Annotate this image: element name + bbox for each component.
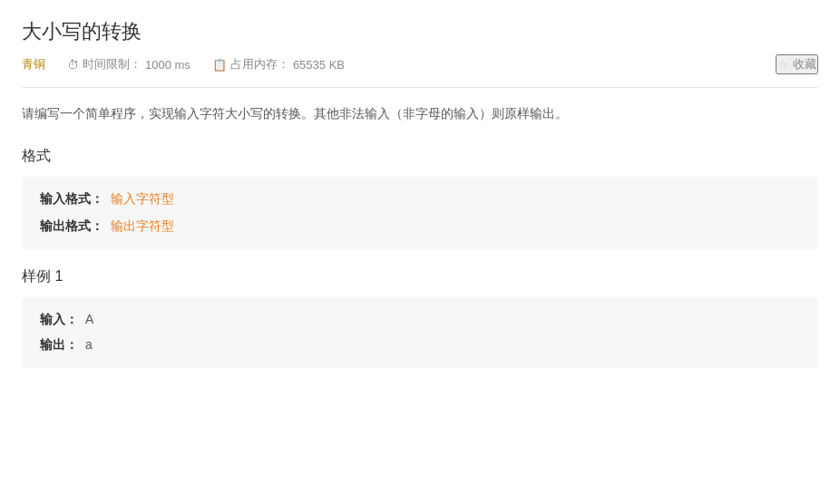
memory-value: 65535 KB [293, 58, 345, 72]
memory-label: 占用内存： [230, 56, 289, 73]
bookmark-label: 收藏 [793, 56, 816, 73]
example-output-row: 输出： a [40, 337, 800, 354]
input-format-row: 输入格式： 输入字符型 [40, 191, 800, 208]
format-section-title: 格式 [22, 147, 818, 166]
meta-row: 青铜 ⏱ 时间限制： 1000 ms 📋 占用内存： 65535 KB ☆ 收藏 [22, 54, 818, 88]
time-limit-item: ⏱ 时间限制： 1000 ms [67, 56, 190, 73]
star-icon: ☆ [777, 57, 789, 72]
page-container: 大小写的转换 青铜 ⏱ 时间限制： 1000 ms 📋 占用内存： 65535 … [0, 0, 840, 386]
difficulty-badge: 青铜 [22, 56, 45, 73]
example-section-title: 样例 1 [22, 267, 818, 286]
output-format-row: 输出格式： 输出字符型 [40, 218, 800, 235]
example-box: 输入： A 输出： a [22, 297, 818, 368]
input-format-value: 输入字符型 [111, 191, 174, 206]
memory-item: 📋 占用内存： 65535 KB [212, 56, 345, 73]
page-title: 大小写的转换 [22, 18, 818, 45]
output-format-value: 输出字符型 [111, 218, 174, 233]
example-output-value: a [85, 337, 93, 352]
format-box: 输入格式： 输入字符型 输出格式： 输出字符型 [22, 177, 818, 249]
clock-icon: ⏱ [67, 58, 79, 72]
example-input-value: A [85, 312, 93, 326]
example-input-label: 输入： [40, 312, 78, 326]
time-limit-value: 1000 ms [145, 58, 190, 72]
example-input-row: 输入： A [40, 312, 800, 328]
input-format-label: 输入格式： [40, 191, 103, 206]
memory-icon: 📋 [212, 58, 227, 72]
example-output-label: 输出： [40, 337, 78, 352]
bookmark-button[interactable]: ☆ 收藏 [776, 54, 818, 74]
problem-description: 请编写一个简单程序，实现输入字符大小写的转换。其他非法输入（非字母的输入）则原样… [22, 102, 818, 125]
output-format-label: 输出格式： [40, 218, 103, 233]
time-limit-label: 时间限制： [83, 56, 142, 73]
